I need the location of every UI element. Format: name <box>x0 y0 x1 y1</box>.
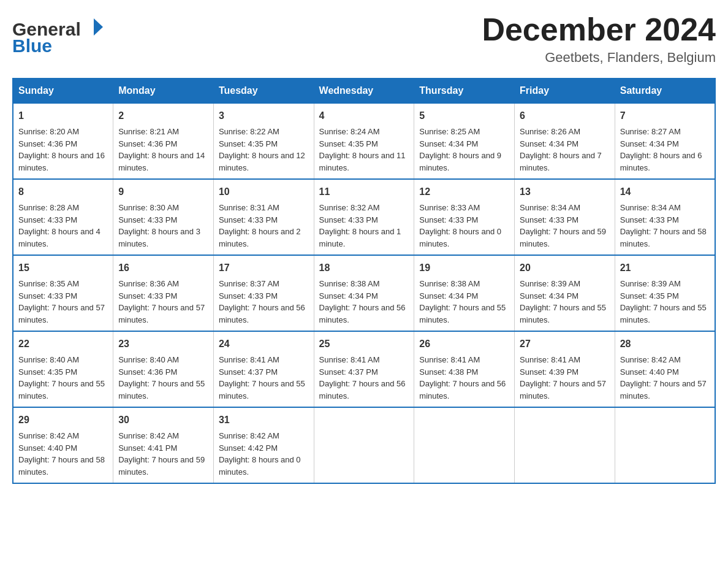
sunset-time: Sunset: 4:40 PM <box>620 367 679 377</box>
calendar-day-22: 22Sunrise: 8:40 AMSunset: 4:35 PMDayligh… <box>13 331 113 407</box>
daylight-duration: Daylight: 7 hours and 56 minutes. <box>419 379 506 400</box>
sunset-time: Sunset: 4:35 PM <box>219 139 278 148</box>
calendar-day-19: 19Sunrise: 8:38 AMSunset: 4:34 PMDayligh… <box>414 255 515 331</box>
sunset-time: Sunset: 4:33 PM <box>118 215 177 224</box>
calendar-week-5: 29Sunrise: 8:42 AMSunset: 4:40 PMDayligh… <box>13 407 715 483</box>
calendar-day-5: 5Sunrise: 8:25 AMSunset: 4:34 PMDaylight… <box>414 103 515 179</box>
calendar-day-7: 7Sunrise: 8:27 AMSunset: 4:34 PMDaylight… <box>615 103 715 179</box>
day-number: 9 <box>118 185 208 199</box>
sunrise-time: Sunrise: 8:32 AM <box>319 203 380 212</box>
sunrise-time: Sunrise: 8:20 AM <box>18 127 79 136</box>
calendar-day-25: 25Sunrise: 8:41 AMSunset: 4:37 PMDayligh… <box>314 331 414 407</box>
calendar-day-21: 21Sunrise: 8:39 AMSunset: 4:35 PMDayligh… <box>615 255 715 331</box>
sunset-time: Sunset: 4:33 PM <box>219 291 278 301</box>
calendar-day-30: 30Sunrise: 8:42 AMSunset: 4:41 PMDayligh… <box>113 407 214 483</box>
calendar-table: SundayMondayTuesdayWednesdayThursdayFrid… <box>12 78 716 484</box>
calendar-day-2: 2Sunrise: 8:21 AMSunset: 4:36 PMDaylight… <box>113 103 214 179</box>
calendar-day-23: 23Sunrise: 8:40 AMSunset: 4:36 PMDayligh… <box>113 331 214 407</box>
daylight-duration: Daylight: 7 hours and 56 minutes. <box>319 379 406 400</box>
daylight-duration: Daylight: 7 hours and 56 minutes. <box>219 303 305 324</box>
sunset-time: Sunset: 4:35 PM <box>620 291 679 301</box>
calendar-day-28: 28Sunrise: 8:42 AMSunset: 4:40 PMDayligh… <box>615 331 715 407</box>
sunset-time: Sunset: 4:42 PM <box>219 443 278 453</box>
calendar-day-15: 15Sunrise: 8:35 AMSunset: 4:33 PMDayligh… <box>13 255 113 331</box>
calendar-day-14: 14Sunrise: 8:34 AMSunset: 4:33 PMDayligh… <box>615 179 715 255</box>
location: Geetbets, Flanders, Belgium <box>482 50 716 66</box>
calendar-week-2: 8Sunrise: 8:28 AMSunset: 4:33 PMDaylight… <box>13 179 715 255</box>
calendar-day-6: 6Sunrise: 8:26 AMSunset: 4:34 PMDaylight… <box>515 103 615 179</box>
sunrise-time: Sunrise: 8:24 AM <box>319 127 380 136</box>
sunrise-time: Sunrise: 8:38 AM <box>419 279 480 288</box>
sunrise-time: Sunrise: 8:22 AM <box>219 127 279 136</box>
calendar-day-27: 27Sunrise: 8:41 AMSunset: 4:39 PMDayligh… <box>515 331 615 407</box>
day-number: 4 <box>319 109 409 123</box>
svg-text:Blue: Blue <box>12 36 52 55</box>
sunrise-time: Sunrise: 8:41 AM <box>520 355 580 364</box>
sunrise-time: Sunrise: 8:42 AM <box>118 431 179 440</box>
daylight-duration: Daylight: 7 hours and 55 minutes. <box>620 303 707 324</box>
daylight-duration: Daylight: 7 hours and 56 minutes. <box>319 303 406 324</box>
sunset-time: Sunset: 4:33 PM <box>419 215 478 224</box>
calendar-day-29: 29Sunrise: 8:42 AMSunset: 4:40 PMDayligh… <box>13 407 113 483</box>
calendar-day-20: 20Sunrise: 8:39 AMSunset: 4:34 PMDayligh… <box>515 255 615 331</box>
calendar-day-26: 26Sunrise: 8:41 AMSunset: 4:38 PMDayligh… <box>414 331 515 407</box>
daylight-duration: Daylight: 7 hours and 57 minutes. <box>18 303 105 324</box>
daylight-duration: Daylight: 8 hours and 2 minutes. <box>219 227 301 248</box>
daylight-duration: Daylight: 7 hours and 55 minutes. <box>419 303 506 324</box>
day-number: 30 <box>118 413 208 427</box>
day-number: 29 <box>18 413 108 427</box>
calendar-day-4: 4Sunrise: 8:24 AMSunset: 4:35 PMDaylight… <box>314 103 414 179</box>
calendar-week-1: 1Sunrise: 8:20 AMSunset: 4:36 PMDaylight… <box>13 103 715 179</box>
day-number: 6 <box>520 109 610 123</box>
sunset-time: Sunset: 4:36 PM <box>18 139 77 148</box>
daylight-duration: Daylight: 7 hours and 55 minutes. <box>219 379 305 400</box>
daylight-duration: Daylight: 7 hours and 55 minutes. <box>118 379 205 400</box>
sunrise-time: Sunrise: 8:31 AM <box>219 203 279 212</box>
sunset-time: Sunset: 4:34 PM <box>620 139 679 148</box>
day-number: 19 <box>419 261 509 275</box>
day-header-saturday: Saturday <box>615 79 715 103</box>
page-header: General Blue December 2024 Geetbets, Fla… <box>12 12 716 66</box>
daylight-duration: Daylight: 8 hours and 7 minutes. <box>520 151 602 172</box>
sunset-time: Sunset: 4:33 PM <box>18 215 77 224</box>
day-number: 28 <box>620 337 710 351</box>
day-header-tuesday: Tuesday <box>213 79 314 103</box>
day-number: 1 <box>18 109 108 123</box>
sunset-time: Sunset: 4:35 PM <box>319 139 378 148</box>
daylight-duration: Daylight: 8 hours and 4 minutes. <box>18 227 100 248</box>
sunrise-time: Sunrise: 8:33 AM <box>419 203 480 212</box>
sunset-time: Sunset: 4:39 PM <box>520 367 578 377</box>
day-number: 26 <box>419 337 509 351</box>
daylight-duration: Daylight: 8 hours and 9 minutes. <box>419 151 501 172</box>
sunset-time: Sunset: 4:41 PM <box>118 443 177 453</box>
calendar-day-10: 10Sunrise: 8:31 AMSunset: 4:33 PMDayligh… <box>213 179 314 255</box>
sunset-time: Sunset: 4:38 PM <box>419 367 478 377</box>
day-number: 7 <box>620 109 710 123</box>
sunrise-time: Sunrise: 8:25 AM <box>419 127 480 136</box>
calendar-day-8: 8Sunrise: 8:28 AMSunset: 4:33 PMDaylight… <box>13 179 113 255</box>
daylight-duration: Daylight: 7 hours and 57 minutes. <box>620 379 707 400</box>
sunrise-time: Sunrise: 8:42 AM <box>18 431 79 440</box>
sunrise-time: Sunrise: 8:41 AM <box>319 355 380 364</box>
day-number: 3 <box>219 109 309 123</box>
day-number: 23 <box>118 337 208 351</box>
sunrise-time: Sunrise: 8:37 AM <box>219 279 279 288</box>
empty-day-cell <box>414 407 515 483</box>
day-number: 15 <box>18 261 108 275</box>
day-number: 22 <box>18 337 108 351</box>
sunset-time: Sunset: 4:33 PM <box>18 291 77 301</box>
day-number: 24 <box>219 337 309 351</box>
daylight-duration: Daylight: 8 hours and 12 minutes. <box>219 151 305 172</box>
day-number: 10 <box>219 185 309 199</box>
calendar-day-17: 17Sunrise: 8:37 AMSunset: 4:33 PMDayligh… <box>213 255 314 331</box>
day-number: 2 <box>118 109 208 123</box>
daylight-duration: Daylight: 7 hours and 59 minutes. <box>118 455 205 477</box>
day-number: 21 <box>620 261 710 275</box>
sunset-time: Sunset: 4:33 PM <box>118 291 177 301</box>
logo: General Blue <box>12 12 110 55</box>
day-number: 18 <box>319 261 409 275</box>
sunset-time: Sunset: 4:37 PM <box>319 367 378 377</box>
title-area: December 2024 Geetbets, Flanders, Belgiu… <box>482 12 716 66</box>
sunrise-time: Sunrise: 8:28 AM <box>18 203 79 212</box>
sunrise-time: Sunrise: 8:41 AM <box>419 355 480 364</box>
